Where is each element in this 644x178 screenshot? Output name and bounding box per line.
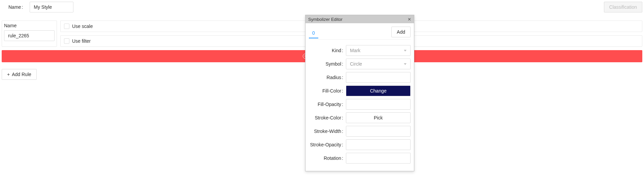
style-name-input[interactable]: [30, 2, 73, 12]
stroke-width-label: Stroke-Width: [309, 129, 346, 134]
radius-input[interactable]: [346, 72, 411, 83]
use-scale-checkbox[interactable]: [64, 24, 69, 29]
rule-name-input[interactable]: [4, 30, 55, 41]
rule-name-label: Name: [4, 23, 55, 28]
fill-color-button[interactable]: Change: [346, 85, 411, 96]
use-filter-label: Use filter: [72, 38, 91, 44]
radius-label: Radius: [309, 75, 346, 80]
editor-title-bar[interactable]: Symbolizer Editor ✕: [305, 15, 414, 23]
fill-opacity-input[interactable]: [346, 99, 411, 110]
fill-color-label: Fill-Color: [309, 88, 346, 94]
fill-opacity-label: Fill-Opacity: [309, 102, 346, 107]
rule-name-panel: Name: [2, 21, 57, 47]
stroke-opacity-label: Stroke-Opacity: [309, 142, 346, 147]
symbol-select[interactable]: Circle: [346, 59, 411, 69]
symbol-value: Circle: [350, 61, 362, 67]
stroke-color-button[interactable]: Pick: [346, 112, 411, 123]
add-symbolizer-button[interactable]: Add: [391, 27, 411, 37]
rotation-label: Rotation: [309, 155, 346, 161]
chevron-down-icon: [404, 50, 407, 51]
symbol-label: Symbol: [309, 61, 346, 67]
use-scale-label: Use scale: [72, 24, 93, 29]
tab-0[interactable]: 0: [309, 28, 318, 38]
use-filter-checkbox[interactable]: [64, 38, 69, 44]
stroke-width-input[interactable]: [346, 126, 411, 137]
add-rule-label: Add Rule: [12, 72, 31, 77]
kind-label: Kind: [309, 48, 346, 53]
plus-icon: +: [7, 72, 10, 77]
symbolizer-editor-modal: Symbolizer Editor ✕ 0 Add Kind Mark Symb…: [305, 15, 414, 171]
add-rule-button[interactable]: + Add Rule: [2, 69, 37, 80]
kind-select[interactable]: Mark: [346, 45, 411, 56]
chevron-down-icon: [404, 63, 407, 65]
rotation-input[interactable]: [346, 153, 411, 164]
close-icon[interactable]: ✕: [407, 16, 412, 22]
style-name-label: Name: [8, 4, 26, 10]
kind-value: Mark: [350, 48, 360, 53]
classification-button[interactable]: Classification: [604, 2, 642, 12]
editor-title: Symbolizer Editor: [308, 17, 343, 22]
stroke-opacity-input[interactable]: [346, 139, 411, 150]
stroke-color-label: Stroke-Color: [309, 115, 346, 120]
